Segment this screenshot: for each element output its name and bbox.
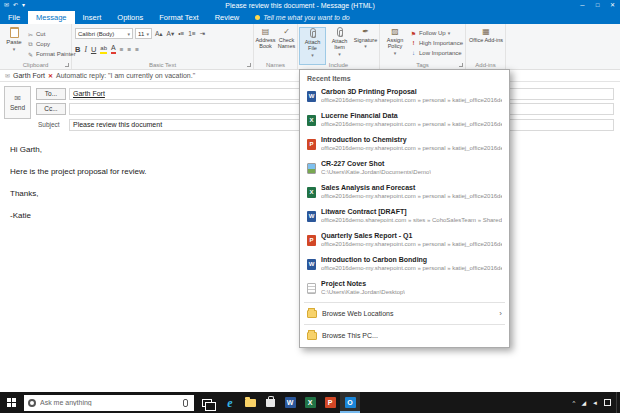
numbered-list-button[interactable]: 1≡	[187, 30, 196, 37]
hidden-icons-chevron[interactable]: ^	[573, 400, 576, 406]
maximize-button[interactable]: □	[590, 0, 605, 11]
recent-item-name: Introduction to Chemistry	[321, 136, 502, 144]
action-center-icon[interactable]	[604, 399, 611, 406]
tab-options[interactable]: Options	[109, 11, 151, 24]
submenu-arrow-icon: ›	[499, 310, 502, 318]
tell-me-box[interactable]: Tell me what you want to do	[247, 11, 358, 24]
bullet-list-button[interactable]: •≡	[177, 30, 185, 37]
word-file-icon: W	[307, 91, 316, 102]
recent-item[interactable]: WIntroduction to Carbon Bondingoffice201…	[301, 252, 508, 276]
network-icon[interactable]: ◢	[581, 400, 586, 406]
microphone-icon[interactable]	[183, 399, 188, 407]
word-taskbar-button[interactable]: W	[280, 392, 300, 413]
file-explorer-taskbar-button[interactable]	[240, 392, 260, 413]
font-color-button[interactable]: A	[111, 44, 116, 54]
assign-policy-button[interactable]: ▨ Assign Policy ▾	[382, 27, 408, 65]
basic-text-group-label: Basic Text	[72, 62, 253, 68]
tab-format-text[interactable]: Format Text	[151, 11, 206, 24]
paste-label: Paste	[6, 39, 21, 45]
underline-button[interactable]: U	[91, 45, 96, 54]
browse-this-pc-item[interactable]: Browse This PC...	[301, 327, 508, 344]
down-arrow-icon: ↓	[410, 50, 417, 56]
copy-button[interactable]: ⧉Copy	[27, 39, 76, 49]
recent-item[interactable]: CR-227 Cover ShotC:\Users\Katie.Jordan\D…	[301, 156, 508, 180]
cc-button[interactable]: Cc...	[36, 103, 66, 115]
check-names-icon: ✓	[283, 27, 290, 36]
font-family-select[interactable]: Calibri (Body)▾	[75, 28, 133, 39]
recent-item[interactable]: PQuarterly Sales Report - Q1office2016de…	[301, 228, 508, 252]
powerpoint-taskbar-button[interactable]: P	[320, 392, 340, 413]
outlook-taskbar-button[interactable]: O	[340, 392, 360, 413]
excel-taskbar-button[interactable]: X	[300, 392, 320, 413]
signature-pen-icon: ✒	[362, 27, 369, 36]
menu-separator	[304, 302, 505, 303]
chevron-down-icon: ▾	[146, 31, 149, 37]
paste-button[interactable]: Paste ▾	[3, 27, 25, 63]
attach-item-button[interactable]: Attach Item ▾	[327, 27, 352, 65]
recent-item[interactable]: PIntroduction to Chemistryoffice2016demo…	[301, 132, 508, 156]
taskbar-search[interactable]: Ask me anything	[24, 395, 194, 411]
ribbon-group-include: Attach File ▾ Attach Item ▾ ✒ Signature …	[298, 24, 380, 69]
mailtip-recipient: Garth Fort	[13, 72, 45, 79]
send-button[interactable]: ✉ Send	[4, 86, 31, 119]
recent-item[interactable]: WLitware Contract [DRAFT]office2016demo.…	[301, 204, 508, 228]
recipient-chip[interactable]: Garth Fort	[73, 90, 105, 97]
taskbar: Ask me anything eWXPO ^◢◄	[0, 392, 620, 413]
office-addins-button[interactable]: ▦ Office Add-ins	[468, 27, 504, 65]
recent-item[interactable]: XSales Analysis and Forecastoffice2016de…	[301, 180, 508, 204]
indent-button[interactable]: ⇥	[199, 30, 206, 38]
low-importance-button[interactable]: ↓Low Importance	[410, 48, 463, 58]
lightbulb-icon	[255, 15, 260, 20]
grow-font-button[interactable]: A▴	[154, 30, 164, 38]
word-file-icon: W	[307, 211, 316, 222]
bold-button[interactable]: B	[75, 45, 80, 54]
recent-item-path: office2016demo.sharepoint.com » sites » …	[321, 217, 502, 224]
recent-item-name: Introduction to Carbon Bonding	[321, 256, 502, 264]
align-right-button[interactable]: ≡	[135, 46, 139, 53]
recent-item-name: Quarterly Sales Report - Q1	[321, 232, 502, 240]
ribbon: Paste ▾ ✂Cut ⧉Copy ✎Format Painter Clipb…	[0, 24, 620, 70]
align-center-button[interactable]: ≡	[128, 46, 132, 53]
paperclip-icon	[310, 28, 316, 38]
cut-button[interactable]: ✂Cut	[27, 29, 76, 39]
dialog-launcher-icon[interactable]	[65, 63, 69, 67]
policy-icon: ▨	[391, 27, 399, 36]
follow-up-button[interactable]: ⚑Follow Up▾	[410, 28, 463, 38]
start-button[interactable]	[0, 392, 22, 413]
recent-item[interactable]: WCarbon 3D Printing Proposaloffice2016de…	[301, 84, 508, 108]
close-button[interactable]: ✕	[605, 0, 620, 11]
browse-web-locations-item[interactable]: Browse Web Locations ›	[301, 305, 508, 322]
recent-item-path: C:\Users\Katie.Jordan\Documents\Demo\	[321, 169, 431, 176]
address-book-button[interactable]: ▤ Address Book	[255, 27, 276, 65]
remove-mailtip-icon[interactable]: ✕	[48, 72, 53, 79]
recent-item[interactable]: XLucerne Financial Dataoffice2016demo-my…	[301, 108, 508, 132]
to-button[interactable]: To...	[36, 88, 66, 100]
show-desktop-button[interactable]	[616, 392, 620, 413]
tab-message[interactable]: Message	[28, 11, 74, 24]
italic-button[interactable]: I	[84, 45, 87, 54]
text-file-icon	[307, 283, 316, 294]
shrink-font-button[interactable]: A▾	[166, 30, 176, 38]
dialog-launcher-icon[interactable]	[459, 63, 463, 67]
dialog-launcher-icon[interactable]	[247, 63, 251, 67]
volume-icon[interactable]: ◄	[592, 400, 598, 406]
align-left-button[interactable]: ≡	[120, 46, 124, 53]
tab-insert[interactable]: Insert	[75, 11, 110, 24]
signature-button[interactable]: ✒ Signature ▾	[353, 27, 378, 65]
check-names-button[interactable]: ✓ Check Names	[276, 27, 297, 65]
attach-file-button[interactable]: Attach File ▾	[299, 27, 326, 65]
minimize-button[interactable]: ─	[575, 0, 590, 11]
recent-item[interactable]: Project NotesC:\Users\Katie.Jordan\Deskt…	[301, 276, 508, 300]
font-size-select[interactable]: 11▾	[135, 28, 152, 39]
edge-taskbar-button[interactable]: e	[220, 392, 240, 413]
text-highlight-button[interactable]: ab	[100, 45, 107, 54]
high-importance-button[interactable]: !High Importance	[410, 38, 463, 48]
store-taskbar-button[interactable]	[260, 392, 280, 413]
tab-review[interactable]: Review	[207, 11, 248, 24]
task-view-button[interactable]	[202, 399, 212, 407]
exclamation-icon: !	[410, 40, 417, 46]
recent-items-list: WCarbon 3D Printing Proposaloffice2016de…	[301, 84, 508, 300]
undo-icon[interactable]: ↶	[13, 0, 18, 11]
format-painter-button[interactable]: ✎Format Painter	[27, 49, 76, 59]
tab-file[interactable]: File	[0, 11, 28, 24]
